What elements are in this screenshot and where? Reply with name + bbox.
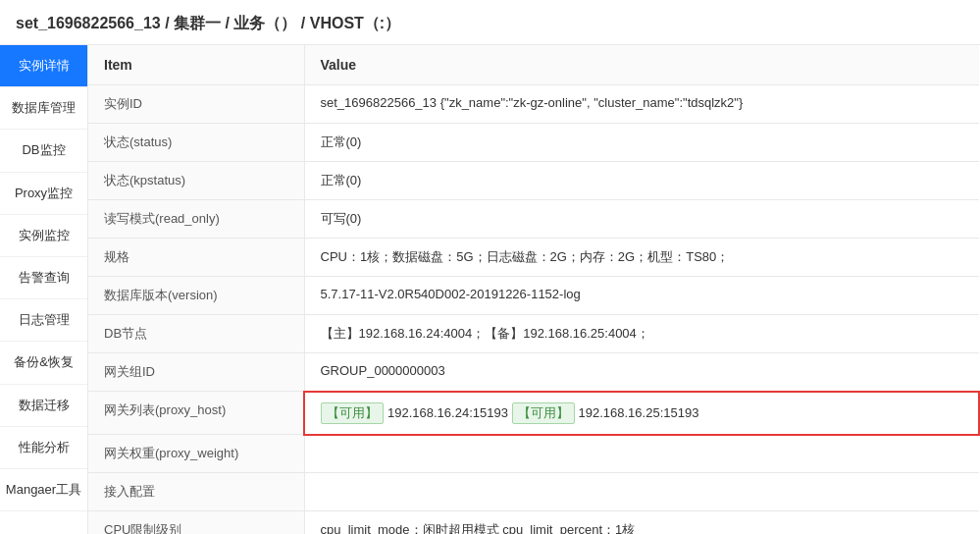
sidebar-item-数据迁移[interactable]: 数据迁移: [0, 385, 87, 427]
table-row: 网关组IDGROUP_0000000003: [88, 353, 979, 392]
table-row: 规格CPU：1核；数据磁盘：5G；日志磁盘：2G；内存：2G；机型：TS80；: [88, 239, 979, 277]
sidebar-item-实例监控[interactable]: 实例监控: [0, 215, 87, 257]
row-value-5: 5.7.17-11-V2.0R540D002-20191226-1152-log: [304, 277, 979, 315]
table-row: 实例IDset_1696822566_13 {"zk_name":"zk-gz-…: [88, 85, 979, 124]
sidebar-item-DB监控[interactable]: DB监控: [0, 130, 87, 172]
row-item-2: 状态(kpstatus): [88, 162, 304, 200]
sidebar-item-数据库管理[interactable]: 数据库管理: [0, 87, 87, 130]
table-row: 状态(kpstatus)正常(0): [88, 162, 979, 200]
row-value-10: [304, 473, 979, 511]
page-wrapper: set_1696822566_13 / 集群一 / 业务（） / VHOST（:…: [0, 0, 980, 534]
table-row: DB节点【主】192.168.16.24:4004；【备】192.168.16.…: [88, 315, 979, 353]
row-value-1: 正常(0): [304, 124, 979, 162]
sidebar-item-实例详情[interactable]: 实例详情: [0, 45, 87, 87]
table-row: 数据库版本(version)5.7.17-11-V2.0R540D002-201…: [88, 277, 979, 315]
row-item-0: 实例ID: [88, 85, 304, 124]
row-item-6: DB节点: [88, 315, 304, 353]
tag-available: 【可用】: [512, 402, 575, 424]
content-area: Item Value 实例IDset_1696822566_13 {"zk_na…: [88, 45, 980, 534]
row-item-3: 读写模式(read_only): [88, 200, 304, 239]
row-value-7: GROUP_0000000003: [304, 353, 979, 392]
row-item-4: 规格: [88, 239, 304, 277]
col-header-item: Item: [88, 45, 304, 85]
sidebar-item-Mangaer工具[interactable]: Mangaer工具: [0, 469, 87, 511]
row-item-9: 网关权重(proxy_weight): [88, 435, 304, 473]
row-value-0: set_1696822566_13 {"zk_name":"zk-gz-onli…: [304, 85, 979, 124]
row-value-8: 【可用】192.168.16.24:15193 【可用】192.168.16.2…: [304, 392, 979, 435]
row-value-4: CPU：1核；数据磁盘：5G；日志磁盘：2G；内存：2G；机型：TS80；: [304, 239, 979, 277]
sidebar-item-告警查询[interactable]: 告警查询: [0, 257, 87, 299]
row-value-11: cpu_limit_mode：闲时超用模式 cpu_limit_percent：…: [304, 511, 979, 535]
table-row: 读写模式(read_only)可写(0): [88, 200, 979, 239]
table-row: 网关权重(proxy_weight): [88, 435, 979, 473]
row-item-7: 网关组ID: [88, 353, 304, 392]
sidebar-item-性能分析[interactable]: 性能分析: [0, 427, 87, 469]
table-row: 网关列表(proxy_host)【可用】192.168.16.24:15193 …: [88, 392, 979, 435]
row-item-1: 状态(status): [88, 124, 304, 162]
row-item-5: 数据库版本(version): [88, 277, 304, 315]
detail-table: Item Value 实例IDset_1696822566_13 {"zk_na…: [88, 45, 980, 534]
row-value-3: 可写(0): [304, 200, 979, 239]
sidebar-item-备份&恢复[interactable]: 备份&恢复: [0, 342, 87, 384]
row-value-9: [304, 435, 979, 473]
sidebar-item-Proxy监控[interactable]: Proxy监控: [0, 173, 87, 215]
row-value-2: 正常(0): [304, 162, 979, 200]
breadcrumb: set_1696822566_13 / 集群一 / 业务（） / VHOST（:…: [0, 0, 980, 45]
col-header-value: Value: [304, 45, 979, 85]
table-row: CPU限制级别cpu_limit_mode：闲时超用模式 cpu_limit_p…: [88, 511, 979, 535]
row-value-6: 【主】192.168.16.24:4004；【备】192.168.16.25:4…: [304, 315, 979, 353]
row-item-8: 网关列表(proxy_host): [88, 392, 304, 435]
proxy-addr: 192.168.16.24:15193: [387, 405, 512, 420]
row-item-11: CPU限制级别: [88, 511, 304, 535]
tag-available: 【可用】: [321, 402, 384, 424]
sidebar-item-日志管理[interactable]: 日志管理: [0, 299, 87, 342]
proxy-addr: 192.168.16.25:15193: [579, 405, 699, 420]
table-row: 接入配置: [88, 473, 979, 511]
sidebar: 实例详情数据库管理DB监控Proxy监控实例监控告警查询日志管理备份&恢复数据迁…: [0, 45, 88, 534]
table-row: 状态(status)正常(0): [88, 124, 979, 162]
row-item-10: 接入配置: [88, 473, 304, 511]
main-layout: 实例详情数据库管理DB监控Proxy监控实例监控告警查询日志管理备份&恢复数据迁…: [0, 45, 980, 534]
